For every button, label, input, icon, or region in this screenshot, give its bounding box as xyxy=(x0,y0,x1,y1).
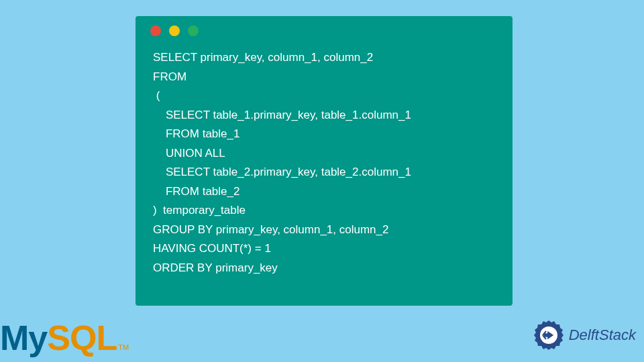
mysql-tm-text: TM xyxy=(118,343,129,351)
mysql-sql-text: SQL xyxy=(47,318,117,358)
code-line: ) temporary_table xyxy=(153,204,246,217)
code-line: ( xyxy=(153,89,160,102)
code-line: HAVING COUNT(*) = 1 xyxy=(153,242,271,255)
maximize-icon xyxy=(188,25,199,36)
code-line: ORDER BY primary_key xyxy=(153,261,278,274)
code-line: SELECT table_1.primary_key, table_1.colu… xyxy=(153,109,411,121)
delftstack-logo: DelftStack xyxy=(533,319,636,351)
code-line: UNION ALL xyxy=(153,147,225,160)
close-icon xyxy=(150,25,161,36)
code-line: SELECT table_2.primary_key, table_2.colu… xyxy=(153,166,411,178)
minimize-icon xyxy=(169,25,180,36)
delftstack-gear-icon xyxy=(533,319,565,351)
code-line: SELECT primary_key, column_1, column_2 xyxy=(153,51,373,64)
window-controls xyxy=(148,25,500,36)
code-line: GROUP BY primary_key, column_1, column_2 xyxy=(153,223,388,236)
mysql-my-text: My xyxy=(0,318,47,358)
code-line: FROM table_1 xyxy=(153,127,239,140)
delftstack-text: DelftStack xyxy=(569,326,636,344)
code-content: SELECT primary_key, column_1, column_2 F… xyxy=(148,48,500,278)
code-line: FROM xyxy=(153,70,186,83)
code-line: FROM table_2 xyxy=(153,185,239,198)
code-window: SELECT primary_key, column_1, column_2 F… xyxy=(136,16,513,306)
mysql-logo: MySQLTM xyxy=(0,318,129,358)
